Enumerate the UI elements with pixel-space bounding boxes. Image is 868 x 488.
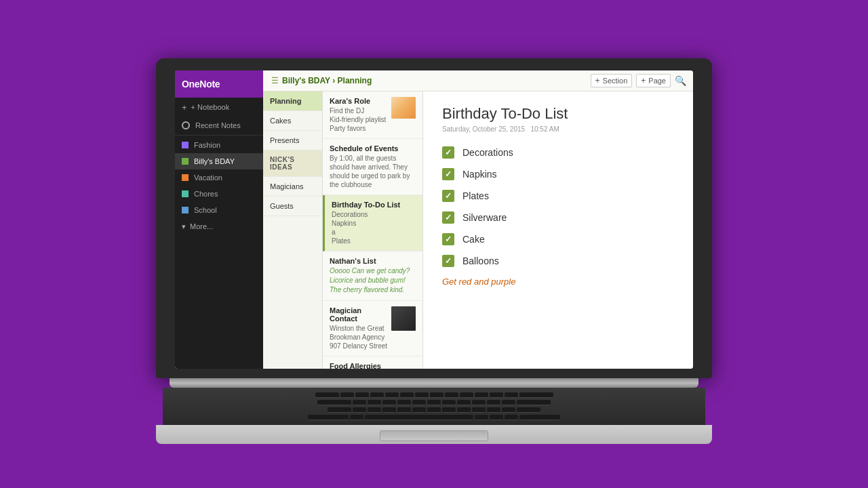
- screen: OneNote + + Notebook Recent Notes Fashio…: [175, 70, 693, 369]
- sidebar-item-fashion[interactable]: Fashion: [175, 137, 263, 153]
- key: [505, 415, 518, 420]
- vacation-label: Vacation: [194, 174, 222, 182]
- checkbox-napkins[interactable]: [442, 168, 454, 180]
- sidebar: OneNote + + Notebook Recent Notes Fashio…: [175, 70, 263, 369]
- checkbox-cake[interactable]: [442, 233, 454, 245]
- key: [368, 400, 381, 405]
- magician-thumb: [391, 306, 416, 331]
- todo-decorations-label: Decorations: [462, 147, 513, 158]
- screen-bezel: OneNote + + Notebook Recent Notes Fashio…: [156, 58, 712, 378]
- key: [502, 407, 515, 413]
- page-nathans-list-title: Nathan's List: [330, 257, 416, 265]
- laptop-hinge: [170, 378, 698, 388]
- billys-bday-icon: [182, 158, 189, 165]
- key: [353, 400, 366, 405]
- key: [370, 392, 384, 398]
- key: [397, 400, 411, 405]
- page-schedule-preview: By 1:00, all the guests should have arri…: [330, 154, 416, 189]
- chores-label: Chores: [194, 190, 218, 198]
- page-food-allergies[interactable]: Food Allergies Jessica can't have nutsRy…: [323, 357, 422, 369]
- sidebar-item-school[interactable]: School: [175, 202, 263, 218]
- section-magicians[interactable]: Magicians: [263, 177, 322, 197]
- key: [487, 400, 500, 405]
- touchpad[interactable]: [380, 430, 488, 441]
- key: [517, 400, 551, 405]
- todo-napkins: Napkins: [442, 168, 674, 180]
- section-presents-label: Presents: [270, 136, 299, 144]
- key: [382, 407, 396, 413]
- fashion-icon: [182, 142, 189, 148]
- key: [430, 392, 443, 398]
- todo-balloons: Balloons: [442, 255, 674, 267]
- todo-cake: Cake: [442, 233, 674, 245]
- sidebar-item-chores[interactable]: Chores: [175, 186, 263, 202]
- page-schedule-title: Schedule of Events: [330, 144, 416, 152]
- key: [308, 415, 349, 420]
- sections-panel: Planning Cakes Presents NICK'S IDEAS: [263, 92, 323, 369]
- checkbox-plates[interactable]: [442, 190, 454, 202]
- recent-icon: [182, 121, 190, 129]
- fashion-label: Fashion: [194, 141, 220, 149]
- key: [490, 392, 503, 398]
- section-nick-ideas[interactable]: NICK'S IDEAS: [263, 150, 322, 177]
- todo-plates: Plates: [442, 190, 674, 202]
- section-planning[interactable]: Planning: [263, 92, 322, 111]
- key: [400, 392, 414, 398]
- sidebar-item-recent[interactable]: Recent Notes: [175, 117, 263, 134]
- billys-bday-label: Billy's BDAY: [194, 157, 235, 165]
- add-section-button[interactable]: + Section: [591, 74, 633, 87]
- section-cakes[interactable]: Cakes: [263, 111, 322, 131]
- sidebar-item-vacation[interactable]: Vacation: [175, 169, 263, 186]
- key: [457, 400, 471, 405]
- plus-icon: +: [182, 102, 187, 113]
- key: [427, 407, 441, 413]
- add-page-button[interactable]: + Page: [636, 74, 671, 87]
- section-presents[interactable]: Presents: [263, 131, 322, 150]
- key: [519, 415, 560, 420]
- key: [442, 407, 456, 413]
- note-subnote: Get red and purple: [442, 277, 674, 287]
- checkbox-balloons[interactable]: [442, 255, 454, 267]
- page-magician-contact[interactable]: Magician Contact Winston the GreatBrookm…: [323, 301, 422, 357]
- todo-silverware-label: Silverware: [462, 212, 507, 223]
- top-bar: ☰ Billy's BDAY › Planning + Section + Pa…: [263, 70, 693, 92]
- key: [445, 392, 458, 398]
- laptop-keyboard: [163, 388, 705, 425]
- page-magician-title: Magician Contact: [330, 306, 389, 323]
- checkbox-decorations[interactable]: [442, 146, 454, 159]
- section-planning-label: Planning: [270, 97, 301, 105]
- page-schedule[interactable]: Schedule of Events By 1:00, all the gues…: [323, 139, 422, 195]
- key: [385, 392, 399, 398]
- key: [315, 392, 339, 398]
- key: [412, 400, 426, 405]
- key: [340, 392, 354, 398]
- add-notebook-button[interactable]: + + Notebook: [175, 98, 263, 117]
- section-guests-label: Guests: [270, 202, 294, 210]
- main-content: Birthday To-Do List Saturday, October 25…: [423, 92, 693, 369]
- page-birthday-todo-title: Birthday To-Do List: [332, 201, 416, 209]
- sidebar-item-billys-bday[interactable]: Billy's BDAY: [175, 153, 263, 169]
- todo-cake-label: Cake: [462, 234, 485, 245]
- page-nathans-list[interactable]: Nathan's List Ooooo Can we get candy?Lic…: [323, 251, 422, 301]
- page-karas-role[interactable]: Kara's Role Find the DJKid-friendly play…: [323, 92, 422, 139]
- sidebar-more-button[interactable]: ▾ More...: [175, 218, 263, 235]
- todo-balloons-label: Balloons: [462, 256, 499, 266]
- todo-plates-label: Plates: [462, 190, 489, 201]
- note-title: Birthday To-Do List: [442, 105, 674, 123]
- checkbox-silverware[interactable]: [442, 211, 454, 224]
- search-button[interactable]: 🔍: [675, 75, 686, 86]
- todo-silverware: Silverware: [442, 211, 674, 224]
- section-guests[interactable]: Guests: [263, 197, 322, 216]
- sidebar-divider: [175, 135, 263, 136]
- page-karas-role-preview: Find the DJKid-friendly playlistParty fa…: [330, 106, 389, 133]
- page-karas-role-title: Kara's Role: [330, 97, 389, 105]
- hamburger-icon: ☰: [271, 76, 279, 85]
- key: [472, 407, 486, 413]
- key: [412, 407, 426, 413]
- keyboard-keys: [176, 392, 692, 420]
- spacebar: [365, 415, 473, 420]
- key: [472, 400, 486, 405]
- page-btn-label: Page: [648, 77, 666, 85]
- page-birthday-todo[interactable]: Birthday To-Do List DecorationsNapkinsaP…: [323, 195, 422, 251]
- laptop-base: [156, 425, 712, 444]
